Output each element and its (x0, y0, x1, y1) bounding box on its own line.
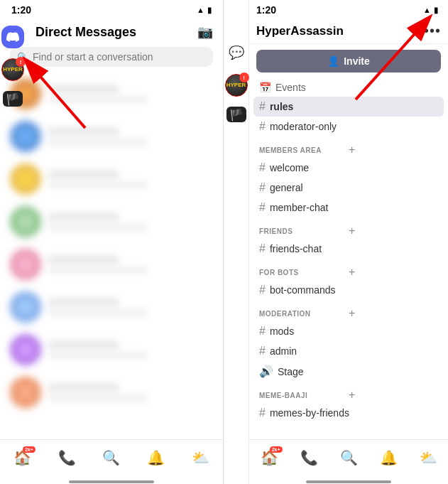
right-battery-icon: ▮ (434, 6, 438, 15)
right-hyper-badge: ! (239, 72, 249, 82)
search-nav-icon: 🔍 (102, 449, 120, 466)
right-notification-icon: 🔔 (380, 449, 398, 466)
channel-mods[interactable]: # mods (249, 321, 448, 341)
channel-memes-by-friends[interactable]: # memes-by-friends (249, 403, 448, 423)
hash-icon-bot-commands: # (259, 284, 266, 296)
channel-moderator-only[interactable]: # moderator-only (249, 117, 448, 136)
hash-icon-friends-chat: # (259, 242, 266, 255)
left-status-icons: ▲ ▮ (197, 6, 212, 15)
server-name: HyperAssassin (256, 24, 424, 38)
right-bottom-nav: 🏠 2k+ 📞 🔍 🔔 ⛅ (249, 439, 448, 480)
channel-bot-commands[interactable]: # bot-commands (249, 280, 448, 300)
events-label: Events (275, 82, 306, 93)
channel-welcome[interactable]: # welcome (249, 158, 448, 178)
right-profile-icon: ⛅ (420, 449, 437, 466)
channel-stage[interactable]: 🔊 Stage (249, 361, 448, 382)
dm-header: Direct Messages 📷 (0, 20, 223, 44)
discord-logo-icon (6, 31, 19, 43)
events-row[interactable]: 📅 Events (249, 78, 448, 97)
channel-stage-label: Stage (278, 366, 304, 377)
chat-icon-btn[interactable]: 💬 (225, 41, 248, 64)
speaker-icon-stage: 🔊 (259, 365, 273, 378)
chat-icon: 💬 (229, 45, 244, 60)
nav-profile[interactable]: ⛅ (192, 449, 209, 466)
hyper-avatar-btn[interactable]: HYPER ! (1, 58, 24, 81)
members-area-add-btn[interactable]: + (349, 144, 438, 156)
left-home-indicator (0, 480, 223, 484)
right-nav-notifications[interactable]: 🔔 (380, 449, 398, 466)
section-friends: FRIENDS + (249, 217, 448, 239)
right-nav-home[interactable]: 🏠 2k+ (261, 449, 278, 466)
channel-mod-only-label: moderator-only (270, 121, 337, 132)
hash-icon-rules: # (259, 100, 266, 113)
section-moderation: MODERATION + (249, 300, 448, 321)
hash-icon-memes: # (259, 407, 266, 419)
right-nav-profile[interactable]: ⛅ (420, 449, 437, 466)
nav-search[interactable]: 🔍 (102, 449, 120, 466)
invite-label: Invite (344, 55, 370, 67)
left-panel: 1:20 ▲ ▮ Direct Messages 📷 🔍 (0, 0, 224, 484)
flag-icon: 🏴 (6, 92, 20, 106)
profile-icon: ⛅ (192, 449, 209, 466)
wifi-icon: ▲ (197, 6, 204, 14)
calls-icon: 📞 (58, 449, 76, 466)
right-nav-search[interactable]: 🔍 (340, 449, 358, 466)
invite-button[interactable]: 👤 Invite (256, 50, 441, 72)
channel-memes-label: memes-by-friends (270, 407, 349, 419)
nav-home[interactable]: 🏠 2k+ (13, 449, 31, 466)
search-input[interactable] (33, 51, 206, 63)
search-bar[interactable]: 🔍 (10, 47, 213, 67)
right-flag-btn[interactable]: 🏴 (226, 107, 246, 122)
channel-friends-chat[interactable]: # friends-chat (249, 239, 448, 259)
channel-rules[interactable]: # rules (253, 97, 444, 117)
right-hyper-btn[interactable]: HYPER ! (225, 74, 248, 97)
dm-title: Direct Messages (35, 25, 190, 40)
dm-list (0, 72, 223, 439)
right-calls-icon: 📞 (300, 449, 318, 466)
section-meme-label: MEME-BAAJI (259, 392, 349, 399)
home-badge: 2k+ (23, 446, 35, 453)
right-nav-calls[interactable]: 📞 (300, 449, 318, 466)
section-friends-label: FRIENDS (259, 227, 349, 235)
right-sidebar-icons: 💬 HYPER ! 🏴 (224, 0, 249, 484)
hash-icon-mod-only: # (259, 120, 266, 133)
right-home-indicator (249, 480, 448, 484)
section-for-bots: FOR BOTS + (249, 259, 448, 280)
hash-icon-mods: # (259, 325, 266, 338)
nav-notifications[interactable]: 🔔 (147, 449, 165, 466)
channel-member-chat-label: member-chat (270, 202, 328, 213)
discord-icon-btn[interactable] (1, 26, 24, 48)
channel-general[interactable]: # general (249, 178, 448, 198)
blur-overlay (0, 72, 223, 439)
meme-add-btn[interactable]: + (349, 389, 438, 402)
calendar-icon: 📅 (259, 82, 271, 93)
right-panel: 💬 HYPER ! 🏴 1:20 ▲ ▮ (224, 0, 448, 484)
channel-bot-commands-label: bot-commands (270, 284, 336, 296)
hash-icon-admin: # (259, 345, 266, 357)
channel-general-label: general (270, 182, 303, 193)
channel-welcome-label: welcome (270, 162, 309, 173)
channel-admin[interactable]: # admin (249, 341, 448, 361)
right-status-icons: ▲ ▮ (423, 6, 438, 15)
more-options-btn[interactable]: ••• (424, 23, 441, 39)
flag-btn[interactable]: 🏴 (3, 91, 23, 107)
channel-rules-label: rules (270, 101, 293, 112)
channel-mods-label: mods (270, 326, 294, 337)
right-main-content: 1:20 ▲ ▮ HyperAssassin ••• 👤 Invite (249, 0, 448, 484)
notification-icon: 🔔 (147, 449, 165, 466)
channel-friends-chat-label: friends-chat (270, 243, 322, 254)
left-bottom-nav: 🏠 2k+ 📞 🔍 🔔 ⛅ (0, 439, 223, 480)
section-bots-label: FOR BOTS (259, 269, 349, 276)
bots-add-btn[interactable]: + (349, 266, 438, 279)
right-flag-icon: 🏴 (229, 108, 244, 122)
right-search-nav-icon: 🔍 (340, 449, 358, 466)
left-sidebar: HYPER ! 🏴 (0, 20, 26, 107)
hash-icon-general: # (259, 181, 266, 194)
camera-icon[interactable]: 📷 (197, 24, 213, 40)
moderation-add-btn[interactable]: + (349, 307, 438, 320)
right-wifi-icon: ▲ (423, 6, 431, 14)
channel-member-chat[interactable]: # member-chat (249, 198, 448, 217)
channel-list: 📅 Events # rules # moderator-only MEMBER… (249, 78, 448, 439)
friends-add-btn[interactable]: + (349, 225, 438, 237)
nav-calls[interactable]: 📞 (58, 449, 76, 466)
